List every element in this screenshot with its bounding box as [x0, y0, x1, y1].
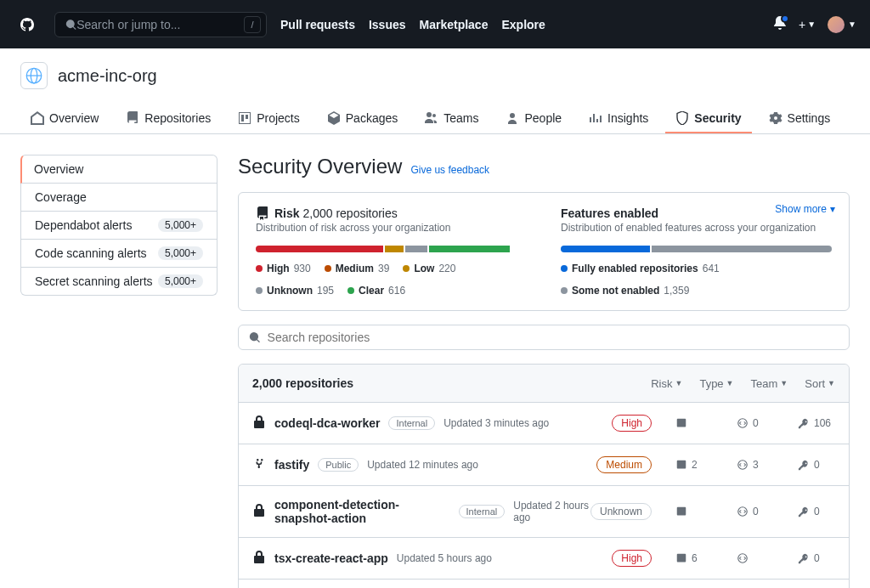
risk-badge: Medium — [596, 456, 652, 473]
repo-name[interactable]: component-detection-snapshot-action — [274, 498, 450, 525]
legend-item: Medium39 — [325, 263, 390, 274]
count-badge: 5,000+ — [158, 246, 203, 260]
nav-marketplace[interactable]: Marketplace — [420, 18, 489, 31]
updated-text: Updated 3 minutes ago — [443, 417, 549, 429]
features-column: Features enabled Distribution of enabled… — [561, 206, 832, 297]
show-more-link[interactable]: Show more ▾ — [775, 203, 835, 215]
search-icon — [249, 331, 261, 343]
org-header: acme-inc-org — [0, 48, 870, 89]
legend-item: Clear616 — [347, 285, 405, 297]
dependabot-count: 2 — [675, 459, 713, 471]
org-name[interactable]: acme-inc-org — [58, 66, 157, 86]
tab-overview[interactable]: Overview — [20, 105, 109, 133]
dependabot-count — [675, 417, 713, 429]
sidebar-secret-scanning-alerts[interactable]: Secret scanning alerts5,000+ — [20, 268, 218, 296]
notification-dot — [781, 14, 789, 23]
risk-bar — [256, 246, 527, 252]
risk-column: Risk 2,000 repositories Distribution of … — [256, 206, 527, 297]
visibility-pill: Public — [318, 458, 359, 472]
fork-icon — [252, 457, 266, 473]
tab-people[interactable]: People — [495, 105, 572, 133]
global-search-input[interactable] — [76, 18, 256, 31]
lock-icon — [252, 416, 266, 432]
nav-issues[interactable]: Issues — [369, 18, 406, 31]
global-header: / Pull requests Issues Marketplace Explo… — [0, 0, 870, 48]
chevron-down-icon: ▼ — [726, 379, 734, 387]
chevron-down-icon: ▾ — [830, 203, 835, 215]
codescan-count — [737, 552, 774, 564]
create-menu[interactable]: +▼ — [799, 18, 816, 31]
updated-text: Updated 12 minutes ago — [367, 459, 478, 471]
notifications-button[interactable] — [773, 16, 787, 32]
tab-security[interactable]: Security — [665, 105, 751, 133]
tab-insights[interactable]: Insights — [579, 105, 658, 133]
codescan-count: 0 — [737, 506, 774, 517]
feedback-link[interactable]: Give us feedback — [410, 164, 489, 176]
global-search[interactable]: / — [54, 12, 267, 37]
security-sidebar: OverviewCoverageDependabot alerts5,000+C… — [20, 155, 218, 588]
visibility-pill: Internal — [388, 416, 435, 430]
filter-risk[interactable]: Risk ▼ — [651, 377, 682, 390]
repo-row[interactable]: dependabot-issue-2570InternalUpdated 9 h… — [239, 580, 849, 588]
user-menu[interactable]: ▼ — [828, 16, 856, 33]
features-bar — [561, 246, 832, 252]
risk-legend: High930Medium39Low220Unknown195Clear616 — [256, 263, 527, 297]
nav-pull-requests[interactable]: Pull requests — [280, 18, 355, 31]
visibility-pill: Internal — [459, 505, 506, 518]
repo-row[interactable]: component-detection-snapshot-actionInter… — [239, 486, 849, 538]
codescan-count: 0 — [737, 417, 774, 429]
lock-icon — [252, 551, 266, 567]
legend-item: Unknown195 — [256, 285, 334, 297]
org-icon — [25, 67, 42, 84]
org-tabs: OverviewRepositoriesProjectsPackagesTeam… — [0, 105, 870, 134]
header-nav: Pull requests Issues Marketplace Explore — [280, 18, 545, 31]
dependabot-count — [675, 506, 713, 517]
risk-badge: High — [612, 415, 652, 432]
org-avatar[interactable] — [20, 62, 48, 89]
list-title: 2,000 repositories — [252, 376, 353, 390]
repo-row[interactable]: codeql-dca-workerInternalUpdated 3 minut… — [239, 403, 849, 444]
filter-team[interactable]: Team ▼ — [751, 377, 788, 390]
risk-badge: Unknown — [590, 503, 652, 520]
search-icon — [65, 19, 76, 31]
repo-list: 2,000 repositories Risk ▼Type ▼Team ▼Sor… — [238, 364, 850, 588]
legend-item: Low220 — [403, 263, 455, 274]
repo-name[interactable]: fastify — [274, 458, 309, 472]
chevron-down-icon: ▼ — [828, 379, 835, 387]
updated-text: Updated 2 hours ago — [513, 500, 590, 523]
sidebar-code-scanning-alerts[interactable]: Code scanning alerts5,000+ — [20, 240, 218, 268]
tab-projects[interactable]: Projects — [228, 105, 310, 133]
chevron-down-icon: ▼ — [675, 379, 682, 387]
secret-count: 0 — [798, 459, 835, 471]
codescan-count: 3 — [737, 459, 774, 471]
count-badge: 5,000+ — [158, 274, 203, 288]
filter-type[interactable]: Type ▼ — [699, 377, 733, 390]
repo-search-input[interactable] — [268, 331, 839, 344]
page-title: Security Overview — [238, 155, 402, 178]
tab-settings[interactable]: Settings — [759, 105, 841, 133]
count-badge: 5,000+ — [158, 218, 203, 232]
repo-search[interactable] — [238, 325, 850, 350]
secret-count: 0 — [798, 552, 835, 564]
tab-packages[interactable]: Packages — [317, 105, 408, 133]
dependabot-count: 6 — [675, 552, 713, 564]
sidebar-coverage[interactable]: Coverage — [20, 184, 218, 212]
avatar — [828, 16, 845, 33]
tab-teams[interactable]: Teams — [415, 105, 489, 133]
overview-panel: Show more ▾ Risk 2,000 repositories Dist… — [238, 192, 850, 311]
github-logo[interactable] — [14, 11, 41, 38]
secret-count: 0 — [798, 506, 835, 517]
repo-name[interactable]: codeql-dca-worker — [274, 416, 380, 430]
repo-row[interactable]: tsx-create-react-appUpdated 5 hours agoH… — [239, 538, 849, 580]
updated-text: Updated 5 hours ago — [397, 552, 492, 564]
sidebar-dependabot-alerts[interactable]: Dependabot alerts5,000+ — [20, 212, 218, 240]
lock-icon — [252, 504, 266, 520]
repo-name[interactable]: tsx-create-react-app — [274, 551, 388, 565]
tab-repositories[interactable]: Repositories — [116, 105, 221, 133]
repo-row[interactable]: fastifyPublicUpdated 12 minutes agoMediu… — [239, 444, 849, 486]
filter-sort[interactable]: Sort ▼ — [805, 377, 835, 390]
legend-item: High930 — [256, 263, 311, 274]
nav-explore[interactable]: Explore — [501, 18, 545, 31]
repo-icon — [256, 206, 269, 220]
sidebar-overview[interactable]: Overview — [20, 155, 218, 184]
